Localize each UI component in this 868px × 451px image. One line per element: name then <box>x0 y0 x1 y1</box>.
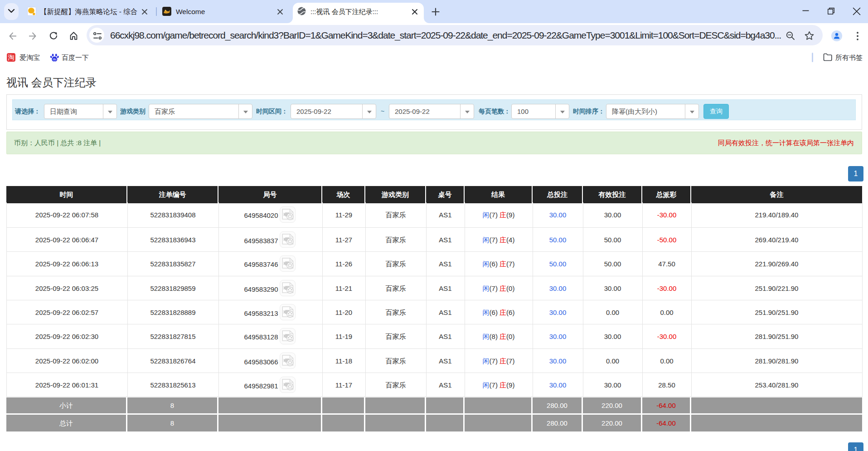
svg-text:du: du <box>53 58 56 61</box>
